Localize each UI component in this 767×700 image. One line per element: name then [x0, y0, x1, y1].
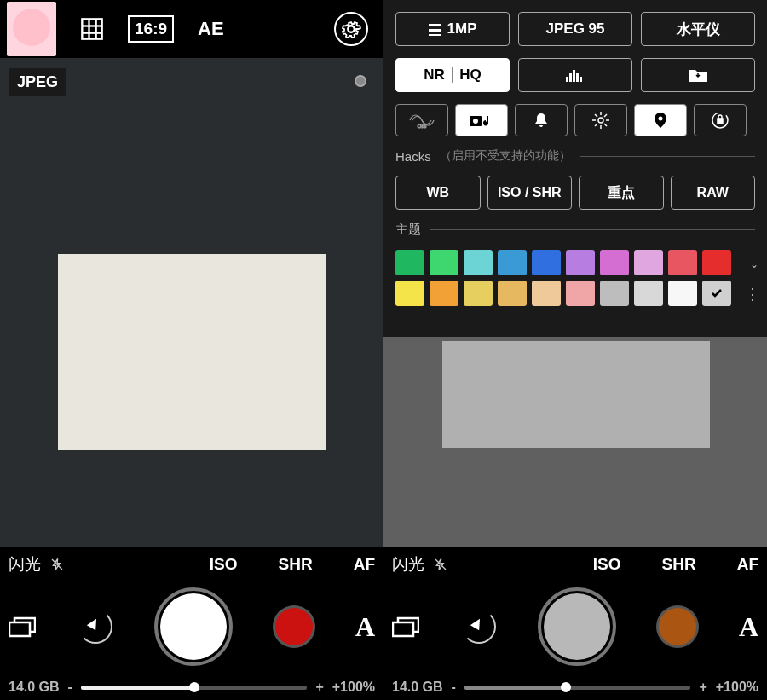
notification-button[interactable] [515, 104, 568, 136]
histogram-icon [566, 68, 585, 82]
rotation-lock-button[interactable] [694, 104, 747, 136]
indicator-icon [355, 75, 366, 87]
left-screen: 16:9 AE JPEG 闪光 ISO SHR AF [0, 0, 384, 700]
iso-button[interactable]: ISO [593, 555, 621, 574]
hacks-section-header: Hacks （启用不受支持的功能） [395, 148, 755, 164]
shutter-button[interactable] [538, 587, 616, 666]
svg-rect-31 [718, 119, 723, 124]
theme-swatch[interactable] [634, 281, 663, 306]
svg-point-19 [484, 122, 488, 126]
svg-rect-14 [576, 73, 579, 82]
theme-swatch[interactable] [702, 250, 731, 275]
theme-swatch[interactable] [634, 250, 663, 275]
viewfinder[interactable]: JPEG [0, 58, 384, 547]
layers-icon[interactable] [9, 616, 36, 638]
theme-swatch[interactable] [668, 250, 697, 275]
theme-swatch[interactable] [600, 281, 629, 306]
hack-raw-button[interactable]: RAW [671, 176, 756, 210]
mode-auto-button[interactable]: A [355, 611, 375, 643]
theme-swatch[interactable] [395, 281, 424, 306]
location-pin-icon [655, 113, 666, 128]
svg-rect-11 [566, 77, 568, 82]
save-location-button[interactable] [641, 58, 755, 92]
ois-icon: OIS [409, 111, 435, 130]
flash-label[interactable]: 闪光 [9, 553, 41, 576]
zoom-minus[interactable]: - [68, 680, 72, 695]
viewfinder-dimmed: 1MP JPEG 95 水平仪 NR HQ [384, 0, 767, 547]
theme-swatch[interactable] [566, 250, 595, 275]
zoom-slider[interactable] [464, 686, 690, 690]
hack-iso-shr-button[interactable]: ISO / SHR [487, 176, 573, 210]
svg-rect-12 [569, 73, 572, 82]
theme-swatch[interactable] [430, 281, 458, 306]
aspect-ratio-button[interactable]: 16:9 [128, 15, 174, 43]
hack-focus-button[interactable]: 重点 [579, 176, 664, 210]
theme-swatch[interactable] [566, 281, 595, 306]
theme-swatch[interactable] [668, 281, 697, 306]
geotag-button[interactable] [634, 104, 687, 136]
storage-label: 14.0 GB [9, 680, 60, 695]
theme-swatch[interactable] [464, 281, 493, 306]
layers-icon[interactable] [392, 616, 419, 638]
mode-auto-button[interactable]: A [739, 611, 758, 643]
folder-download-icon [689, 68, 707, 82]
gallery-thumbnail[interactable] [7, 2, 56, 56]
effects-icon[interactable] [462, 610, 496, 644]
top-toolbar: 16:9 AE [0, 0, 384, 58]
svg-line-26 [604, 124, 607, 126]
zoom-minus[interactable]: - [452, 680, 456, 695]
zoom-slider[interactable] [81, 686, 307, 690]
record-button[interactable] [275, 608, 313, 645]
shutter-speed-button[interactable]: SHR [279, 555, 313, 574]
svg-rect-15 [580, 77, 582, 82]
theme-swatch[interactable] [532, 281, 561, 306]
ae-button[interactable]: AE [198, 18, 224, 40]
svg-line-28 [595, 124, 597, 126]
svg-rect-7 [9, 622, 30, 636]
zoom-plus[interactable]: + [699, 680, 706, 695]
level-button[interactable]: 水平仪 [641, 12, 755, 46]
effects-icon[interactable] [78, 610, 112, 644]
bottom-controls: 闪光 ISO SHR AF [0, 547, 384, 700]
histogram-button[interactable] [518, 58, 632, 92]
zoom-percent: +100% [716, 680, 758, 695]
iso-button[interactable]: ISO [210, 555, 238, 574]
theme-swatch[interactable] [532, 250, 561, 275]
flash-off-icon[interactable] [433, 557, 448, 572]
theme-swatch[interactable] [600, 250, 629, 275]
nr-hq-button[interactable]: NR HQ [395, 58, 510, 92]
format-badge: JPEG [9, 68, 66, 96]
hack-wb-button[interactable]: WB [395, 176, 481, 210]
flash-label[interactable]: 闪光 [392, 553, 424, 576]
zoom-percent: +100% [332, 680, 375, 695]
svg-point-18 [473, 119, 478, 124]
hack-buttons-row: WB ISO / SHR 重点 RAW [395, 176, 755, 210]
shutter-button[interactable] [154, 587, 233, 666]
autofocus-button[interactable]: AF [354, 555, 375, 574]
storage-label: 14.0 GB [392, 680, 443, 695]
shutter-speed-button[interactable]: SHR [662, 555, 696, 574]
record-button[interactable] [659, 608, 696, 645]
chevron-down-icon[interactable]: ⌄ [750, 258, 758, 270]
burst-icon [592, 112, 609, 129]
theme-swatch-selected[interactable] [702, 281, 731, 306]
autofocus-button[interactable]: AF [737, 555, 758, 574]
theme-swatch[interactable] [498, 281, 527, 306]
theme-swatch[interactable] [395, 250, 424, 275]
grid-icon[interactable] [80, 17, 104, 41]
more-icon[interactable]: ⋮ [745, 292, 760, 296]
svg-rect-0 [82, 19, 101, 38]
theme-swatch[interactable] [464, 250, 493, 275]
zoom-plus[interactable]: + [315, 680, 323, 695]
theme-swatch[interactable] [430, 250, 458, 275]
theme-color-grid: ⌄ ⋮ [395, 250, 755, 306]
flash-off-icon[interactable] [49, 557, 65, 572]
burst-button[interactable] [574, 104, 627, 136]
shutter-sound-button[interactable] [455, 104, 508, 136]
stabilization-button[interactable]: OIS [395, 104, 448, 136]
theme-swatch[interactable] [498, 250, 527, 275]
viewfinder-frame [58, 254, 326, 450]
settings-gear-icon[interactable] [334, 12, 368, 46]
resolution-button[interactable]: 1MP [395, 12, 510, 46]
jpeg-quality-button[interactable]: JPEG 95 [518, 12, 632, 46]
